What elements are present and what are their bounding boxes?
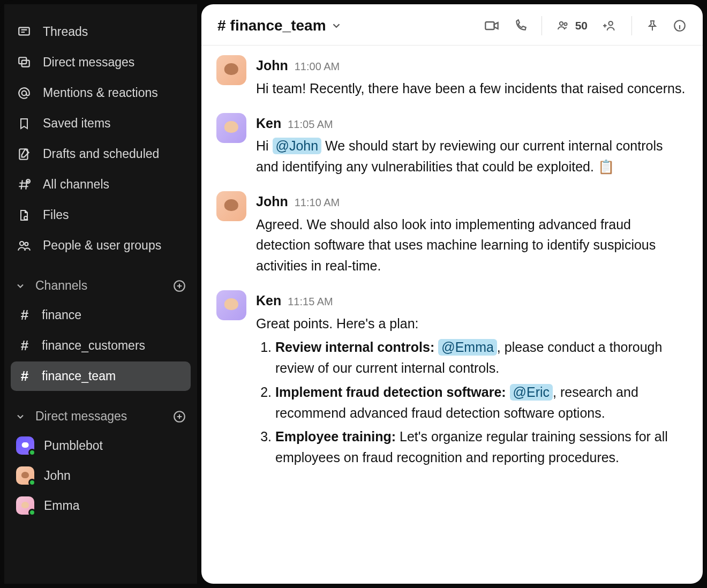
dm-john[interactable]: John	[11, 461, 191, 490]
message: Ken 11:05 AM Hi @John We should start by…	[216, 113, 688, 177]
dm-icon	[16, 56, 32, 70]
dm-emma[interactable]: Emma	[11, 491, 191, 520]
svg-point-14	[608, 21, 612, 25]
sidebar: Threads Direct messages Mentions & react…	[4, 4, 197, 584]
plan-lead: Review internal controls:	[275, 340, 434, 355]
channel-name: finance_team	[230, 17, 326, 34]
dm-name: John	[44, 469, 71, 483]
nav-label: Drafts and scheduled	[43, 147, 159, 161]
message-author[interactable]: Ken	[256, 290, 281, 311]
channel-title-button[interactable]: # finance_team	[217, 17, 342, 34]
mention[interactable]: @Emma	[438, 339, 497, 356]
member-count-value: 50	[575, 19, 588, 32]
chevron-down-icon	[13, 411, 28, 422]
file-icon	[16, 208, 32, 222]
nav-saved[interactable]: Saved items	[11, 109, 191, 138]
channel-name: finance	[42, 308, 81, 322]
svg-point-3	[22, 91, 27, 95]
message-list[interactable]: John 11:00 AM Hi team! Recently, there h…	[201, 46, 703, 584]
video-call-button[interactable]	[484, 18, 500, 33]
mention-icon	[16, 86, 32, 100]
add-channel-button[interactable]	[172, 279, 186, 293]
message-text: Hi @John We should start by reviewing ou…	[256, 135, 688, 177]
nav-threads[interactable]: Threads	[11, 17, 191, 47]
channels-section-header[interactable]: Channels	[11, 271, 191, 299]
dm-pumblebot[interactable]: Pumblebot	[11, 431, 191, 460]
app-root: Threads Direct messages Mentions & react…	[0, 0, 707, 588]
nav-label: Direct messages	[43, 55, 134, 70]
hash-icon: #	[17, 337, 32, 354]
svg-rect-0	[19, 27, 29, 35]
avatar	[16, 466, 34, 485]
add-dm-button[interactable]	[172, 410, 186, 424]
avatar[interactable]	[216, 290, 246, 320]
section-title: Channels	[35, 278, 87, 293]
mention[interactable]: @Eric	[510, 384, 553, 401]
hash-icon: #	[17, 307, 32, 323]
avatar[interactable]	[216, 191, 246, 221]
svg-point-7	[20, 241, 24, 245]
svg-point-12	[559, 22, 562, 25]
audio-call-button[interactable]	[514, 19, 528, 33]
all-channels-icon	[16, 178, 32, 192]
mention[interactable]: @John	[273, 138, 322, 154]
dm-section-header[interactable]: Direct messages	[11, 402, 191, 430]
nav-label: Saved items	[43, 116, 111, 131]
plan-item: Review internal controls: @Emma, please …	[275, 337, 688, 379]
nav-drafts[interactable]: Drafts and scheduled	[11, 139, 191, 169]
pin-button[interactable]	[646, 19, 659, 33]
section-title: Direct messages	[35, 409, 127, 424]
plan-list: Review internal controls: @Emma, please …	[256, 337, 688, 468]
hash-icon: #	[17, 368, 32, 385]
message: John 11:10 AM Agreed. We should also loo…	[216, 191, 688, 276]
channel-finance-customers[interactable]: # finance_customers	[11, 331, 191, 360]
nav-all-channels[interactable]: All channels	[11, 170, 191, 199]
divider	[541, 16, 542, 35]
message-text: Agreed. We should also look into impleme…	[256, 214, 688, 276]
hash-icon: #	[217, 17, 226, 34]
message-text: Great points. Here's a plan: Review inte…	[256, 313, 688, 468]
nav-direct-messages[interactable]: Direct messages	[11, 48, 191, 77]
avatar[interactable]	[216, 113, 246, 143]
header-actions: 50	[484, 16, 687, 35]
message-time: 11:15 AM	[288, 293, 333, 310]
message-time: 11:10 AM	[295, 194, 340, 211]
plan-item: Implement fraud detection software: @Eri…	[275, 382, 688, 424]
avatar	[16, 436, 34, 455]
channel-header: # finance_team 50	[201, 4, 703, 46]
message-author[interactable]: John	[256, 55, 288, 76]
info-button[interactable]	[673, 19, 687, 33]
nav-people[interactable]: People & user groups	[11, 231, 191, 260]
nav-files[interactable]: Files	[11, 200, 191, 230]
dm-name: Emma	[44, 499, 79, 513]
avatar[interactable]	[216, 55, 246, 85]
message-author[interactable]: Ken	[256, 113, 281, 134]
message-time: 11:00 AM	[295, 58, 340, 75]
member-count[interactable]: 50	[556, 19, 588, 32]
text-fragment: Hi	[256, 138, 273, 153]
plan-item: Employee training: Let's organize regula…	[275, 426, 688, 468]
svg-rect-11	[485, 22, 494, 29]
nav-label: Files	[43, 208, 69, 222]
chevron-down-icon	[13, 281, 28, 291]
main-panel: # finance_team 50	[201, 4, 703, 584]
nav-label: People & user groups	[43, 238, 161, 253]
channel-finance-team[interactable]: # finance_team	[11, 361, 191, 391]
channel-finance[interactable]: # finance	[11, 300, 191, 330]
svg-point-8	[25, 242, 28, 245]
plan-lead: Employee training:	[275, 429, 396, 444]
nav-label: All channels	[43, 177, 109, 192]
message: John 11:00 AM Hi team! Recently, there h…	[216, 55, 688, 99]
channel-name: finance_team	[42, 369, 116, 383]
nav-label: Mentions & reactions	[43, 86, 158, 100]
channel-name: finance_customers	[42, 338, 145, 353]
nav-mentions[interactable]: Mentions & reactions	[11, 78, 191, 108]
chevron-down-icon	[330, 20, 342, 32]
thread-icon	[16, 25, 32, 39]
draft-icon	[16, 147, 32, 161]
text-fragment: Great points. Here's a plan:	[256, 316, 419, 331]
bookmark-icon	[16, 117, 32, 131]
divider	[631, 16, 632, 35]
message-author[interactable]: John	[256, 191, 288, 212]
add-member-button[interactable]	[601, 19, 618, 33]
